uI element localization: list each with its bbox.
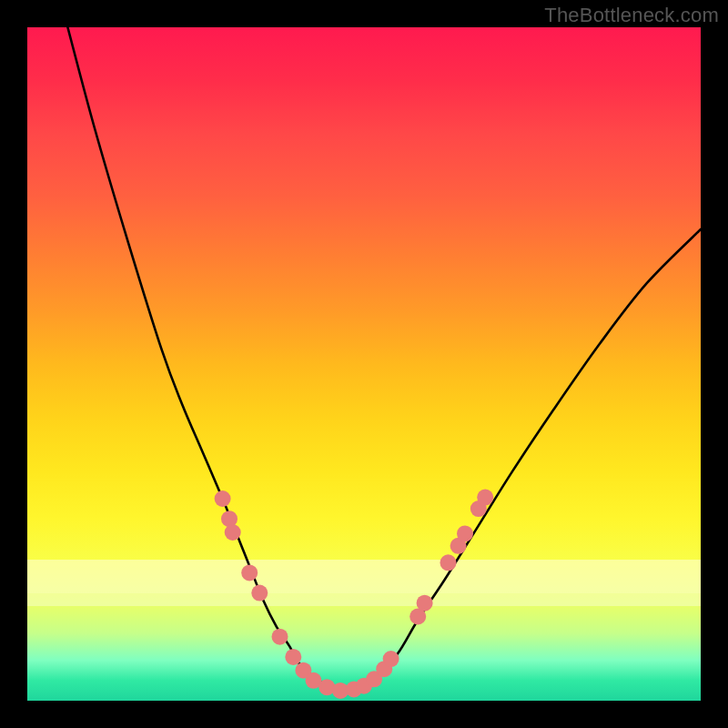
data-dot [251,585,268,602]
data-dot [457,525,473,541]
data-dot [225,524,241,541]
data-dots [215,490,494,699]
plot-area [27,27,701,701]
bottleneck-curve [67,27,701,690]
data-dot [440,554,457,571]
chart-frame: TheBottleneck.com [0,0,728,728]
data-dot [241,564,258,581]
data-dot [417,595,433,612]
data-dot [215,490,231,507]
watermark-text: TheBottleneck.com [544,4,719,27]
data-dot [285,649,301,665]
curve-svg [27,27,701,701]
data-dot [383,651,399,667]
data-dot [477,490,493,506]
data-dot [272,629,288,645]
